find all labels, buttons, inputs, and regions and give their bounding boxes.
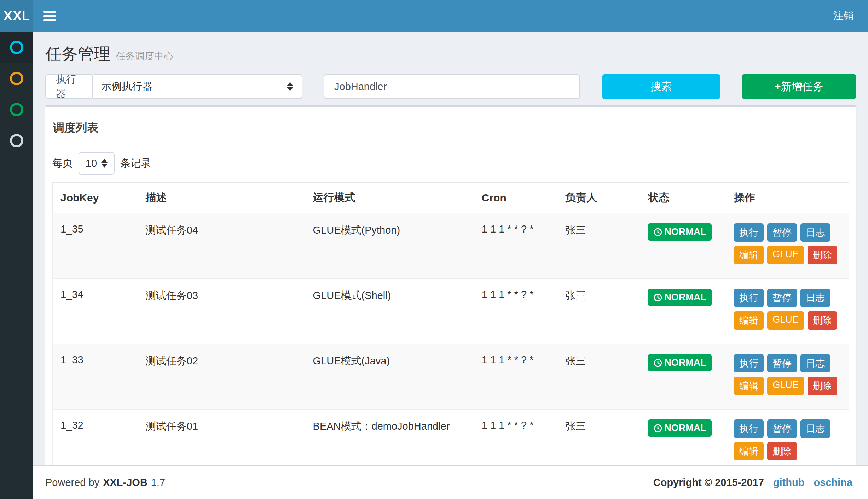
logout-link[interactable]: 注销 — [819, 0, 868, 32]
panel-title: 调度列表 — [53, 120, 849, 136]
sidebar-item-help[interactable] — [0, 125, 33, 156]
circle-icon — [10, 134, 23, 147]
circle-icon — [10, 72, 23, 85]
log-button[interactable]: 日志 — [800, 223, 830, 242]
top-navbar: XXL 注销 — [0, 0, 868, 32]
sidebar-item-job-manage[interactable] — [0, 32, 33, 63]
sidebar-item-executor[interactable] — [0, 94, 33, 125]
select-arrows-icon — [101, 159, 108, 168]
col-actions: 操作 — [726, 183, 849, 213]
hamburger-icon — [43, 11, 56, 21]
cell-status: NORMAL — [640, 410, 726, 465]
select-arrows-icon — [287, 82, 293, 91]
delete-button[interactable]: 删除 — [808, 246, 837, 264]
edit-button[interactable]: 编辑 — [734, 442, 764, 460]
cell-owner: 张三 — [557, 410, 640, 465]
cell-cron: 1 1 1 * * ? * — [474, 213, 557, 279]
delete-button[interactable]: 删除 — [767, 442, 797, 460]
app-logo[interactable]: XXL — [0, 0, 33, 32]
edit-button[interactable]: 编辑 — [734, 246, 764, 264]
cell-desc: 测试任务02 — [138, 344, 305, 410]
sidebar-item-dispatch-log[interactable] — [0, 63, 33, 94]
cell-desc: 测试任务03 — [138, 279, 305, 344]
cell-cron: 1 1 1 * * ? * — [474, 410, 557, 465]
clock-icon — [653, 228, 662, 237]
search-button[interactable]: 搜索 — [602, 74, 720, 99]
page-subtitle: 任务调度中心 — [116, 50, 173, 63]
perpage-suffix: 条记录 — [120, 156, 151, 170]
run-button[interactable]: 执行 — [734, 223, 764, 242]
pause-button[interactable]: 暂停 — [767, 354, 797, 372]
pause-button[interactable]: 暂停 — [767, 223, 797, 242]
sidebar — [0, 32, 33, 499]
table-row: 1_35 测试任务04 GLUE模式(Python) 1 1 1 * * ? *… — [53, 213, 849, 279]
cell-status: NORMAL — [640, 213, 726, 279]
edit-button[interactable]: 编辑 — [734, 377, 764, 395]
cell-jobkey: 1_32 — [53, 410, 138, 465]
status-text: NORMAL — [664, 357, 706, 368]
status-badge: NORMAL — [648, 223, 711, 241]
run-button[interactable]: 执行 — [734, 289, 764, 307]
clock-icon — [653, 293, 662, 302]
cell-mode: GLUE模式(Java) — [305, 344, 474, 410]
page-size-control: 每页 10 条记录 — [52, 152, 849, 175]
log-button[interactable]: 日志 — [800, 354, 830, 372]
logo-text-bold: XX — [4, 8, 22, 24]
status-text: NORMAL — [664, 292, 706, 303]
cell-mode: GLUE模式(Python) — [305, 213, 474, 279]
log-button[interactable]: 日志 — [800, 289, 830, 307]
status-text: NORMAL — [664, 227, 706, 237]
sidebar-toggle-button[interactable] — [33, 0, 66, 32]
status-badge: NORMAL — [648, 419, 711, 437]
perpage-prefix: 每页 — [52, 156, 73, 170]
cell-actions: 执行 暂停 日志 编辑 删除 — [726, 410, 849, 465]
cell-owner: 张三 — [557, 279, 640, 344]
cell-actions: 执行 暂停 日志 编辑 GLUE 删除 — [726, 344, 849, 410]
pause-button[interactable]: 暂停 — [767, 419, 797, 438]
executor-filter-group: 执行器 示例执行器 — [45, 74, 302, 99]
circle-icon — [10, 41, 23, 54]
cell-mode: GLUE模式(Shell) — [305, 279, 474, 344]
page-header: 任务管理 任务调度中心 — [45, 43, 856, 65]
table-row: 1_32 测试任务01 BEAN模式：demoJobHandler 1 1 1 … — [53, 410, 849, 465]
logo-text-light: L — [22, 8, 30, 24]
clock-icon — [653, 424, 662, 433]
jobhandler-filter-group: JobHandler — [324, 74, 580, 99]
run-button[interactable]: 执行 — [734, 354, 764, 372]
jobhandler-input[interactable] — [406, 81, 571, 93]
table-header-row: JobKey 描述 运行模式 Cron 负责人 状态 操作 — [53, 183, 849, 213]
delete-button[interactable]: 删除 — [808, 311, 837, 330]
circle-icon — [10, 103, 23, 116]
col-cron: Cron — [474, 183, 557, 213]
page-size-select[interactable]: 10 — [79, 152, 115, 175]
filter-toolbar: 执行器 示例执行器 JobHandler 搜索 +新增任务 — [45, 74, 856, 99]
navbar-spacer — [66, 0, 819, 32]
log-button[interactable]: 日志 — [800, 419, 830, 438]
table-row: 1_34 测试任务03 GLUE模式(Shell) 1 1 1 * * ? * … — [53, 279, 849, 344]
col-status: 状态 — [640, 183, 726, 213]
cell-actions: 执行 暂停 日志 编辑 GLUE 删除 — [726, 213, 849, 279]
github-link[interactable]: github — [773, 477, 805, 488]
col-mode: 运行模式 — [305, 183, 474, 213]
oschina-link[interactable]: oschina — [814, 477, 852, 488]
page-title: 任务管理 — [45, 43, 110, 65]
executor-select[interactable]: 示例执行器 — [92, 74, 302, 99]
delete-button[interactable]: 删除 — [808, 377, 837, 395]
col-owner: 负责人 — [557, 183, 640, 213]
jobhandler-label: JobHandler — [324, 74, 397, 99]
page-size-value: 10 — [86, 158, 97, 169]
run-button[interactable]: 执行 — [734, 419, 764, 438]
col-desc: 描述 — [138, 183, 305, 213]
page-footer: Powered byXXL-JOB1.7 Copyright © 2015-20… — [33, 465, 868, 499]
col-jobkey: JobKey — [53, 183, 138, 213]
add-job-button[interactable]: +新增任务 — [742, 74, 856, 99]
glue-button[interactable]: GLUE — [767, 246, 804, 264]
pause-button[interactable]: 暂停 — [767, 289, 797, 307]
clock-icon — [653, 358, 662, 368]
jobhandler-field-wrap — [397, 74, 580, 99]
executor-select-value: 示例执行器 — [101, 80, 152, 94]
edit-button[interactable]: 编辑 — [734, 311, 764, 330]
glue-button[interactable]: GLUE — [767, 311, 804, 330]
glue-button[interactable]: GLUE — [767, 377, 804, 395]
cell-status: NORMAL — [640, 279, 726, 344]
